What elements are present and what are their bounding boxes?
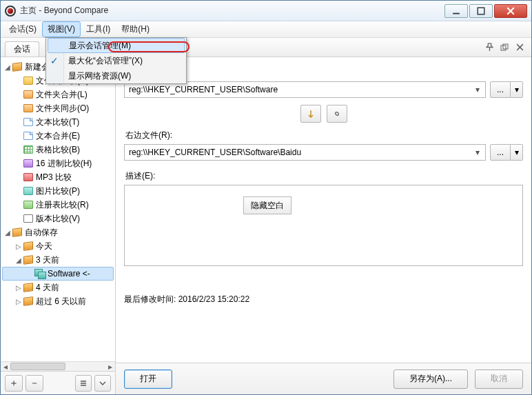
- svg-rect-1: [478, 8, 484, 14]
- tree-folder-merge[interactable]: 文件夹合并(L): [2, 88, 114, 101]
- cancel-button[interactable]: 取消: [475, 369, 523, 389]
- tree-table-compare[interactable]: 表格比较(B): [2, 143, 114, 156]
- tree-folder-sync[interactable]: 文件夹同步(O): [2, 101, 114, 115]
- remove-session-button[interactable]: －: [25, 375, 43, 392]
- tree-software-item[interactable]: Software <-: [2, 267, 114, 281]
- add-session-button[interactable]: ＋: [5, 375, 23, 392]
- description-label: 描述(E):: [125, 170, 523, 182]
- menu-view[interactable]: 视图(V): [42, 21, 81, 37]
- menubar: 会话(S) 视图(V) 工具(I) 帮助(H): [1, 21, 531, 38]
- right-file-combo[interactable]: reg:\\HKEY_CURRENT_USER\Software\Baidu ▾: [124, 144, 486, 161]
- tree-text-merge[interactable]: 文本合并(E): [2, 129, 114, 143]
- maximize-button[interactable]: [469, 4, 493, 18]
- scroll-thumb[interactable]: [10, 363, 65, 370]
- tree-registry-compare[interactable]: 注册表比较(R): [2, 198, 114, 212]
- menu-tools[interactable]: 工具(I): [81, 21, 116, 37]
- tree-text-compare[interactable]: 文本比较(T): [2, 115, 114, 129]
- right-browse-button[interactable]: ...: [490, 144, 511, 161]
- close-panel-icon[interactable]: [513, 41, 526, 54]
- swap-sides-button[interactable]: [300, 105, 321, 123]
- minimize-button[interactable]: [444, 4, 468, 18]
- menu-item-label: 显示网络资源(W): [68, 70, 131, 82]
- open-button[interactable]: 打开: [124, 369, 172, 389]
- check-icon: ✓: [50, 55, 59, 66]
- scroll-right-icon[interactable]: ▸: [105, 362, 115, 371]
- menu-maximize-session-manager[interactable]: ✓ 最大化“会话管理”(X): [46, 53, 186, 68]
- tree-mp3-compare[interactable]: MP3 比较: [2, 170, 114, 184]
- tree-today[interactable]: ▷今天: [2, 239, 114, 253]
- right-browse-dropdown[interactable]: ▾: [511, 144, 523, 161]
- chevron-down-icon[interactable]: ▾: [471, 146, 484, 159]
- main-panel: --> Baidu 左边文件(L): reg:\\HKEY_CURRENT_US…: [116, 38, 531, 394]
- window-title: 主页 - Beyond Compare: [20, 5, 108, 17]
- sidebar: 会话 ◢新建会话 文件夹比较(C) 文件夹合并(L) 文件夹同步(O) 文本比较…: [1, 38, 116, 394]
- app-icon: [5, 6, 16, 17]
- menu-session[interactable]: 会话(S): [3, 21, 42, 37]
- save-as-button[interactable]: 另存为(A)...: [393, 369, 468, 389]
- sidebar-hscrollbar[interactable]: ◂ ▸: [1, 361, 115, 371]
- tree-hex-compare[interactable]: 16 进制比较(H): [2, 156, 114, 170]
- tree-3-days-ago[interactable]: ◢3 天前: [2, 253, 114, 267]
- menu-item-label: 显示会话管理(M): [69, 40, 131, 52]
- close-button[interactable]: [494, 4, 527, 18]
- description-textarea[interactable]: 隐藏空白: [124, 185, 523, 266]
- session-tree[interactable]: ◢新建会话 文件夹比较(C) 文件夹合并(L) 文件夹同步(O) 文本比较(T)…: [1, 57, 115, 361]
- link-sides-button[interactable]: [327, 105, 347, 123]
- sidebar-tab-sessions[interactable]: 会话: [5, 41, 39, 57]
- scroll-left-icon[interactable]: ◂: [1, 362, 10, 371]
- tree-over-6-days[interactable]: ▷超过 6 天以前: [2, 294, 114, 308]
- tree-picture-compare[interactable]: 图片比较(P): [2, 184, 114, 198]
- popout-icon[interactable]: [498, 41, 511, 54]
- menu-item-label: 最大化“会话管理”(X): [68, 55, 143, 67]
- tree-version-compare[interactable]: 版本比较(V): [2, 212, 114, 225]
- left-browse-dropdown[interactable]: ▾: [511, 81, 523, 98]
- last-modified: 最后修改时间: 2016/2/23 15:20:22: [124, 294, 523, 305]
- menu-show-network-resources[interactable]: 显示网络资源(W): [46, 68, 186, 83]
- expand-all-button[interactable]: [75, 375, 92, 392]
- chevron-down-icon[interactable]: ▾: [471, 83, 484, 96]
- hide-blank-button[interactable]: 隐藏空白: [243, 196, 291, 214]
- left-browse-button[interactable]: ...: [490, 81, 511, 98]
- right-file-label: 右边文件(R):: [125, 130, 523, 141]
- menu-help[interactable]: 帮助(H): [116, 21, 155, 37]
- tree-4-days-ago[interactable]: ▷4 天前: [2, 281, 114, 294]
- view-dropdown: 显示会话管理(M) ✓ 最大化“会话管理”(X) 显示网络资源(W): [45, 37, 187, 84]
- collapse-all-button[interactable]: [94, 375, 111, 392]
- left-file-value: reg:\\HKEY_CURRENT_USER\Software: [129, 85, 278, 94]
- pin-icon[interactable]: [483, 41, 495, 54]
- right-file-value: reg:\\HKEY_CURRENT_USER\Software\Baidu: [129, 148, 301, 157]
- tree-autosave[interactable]: ◢自动保存: [2, 225, 114, 239]
- titlebar: 主页 - Beyond Compare: [1, 1, 531, 21]
- menu-show-session-manager[interactable]: 显示会话管理(M): [48, 38, 185, 53]
